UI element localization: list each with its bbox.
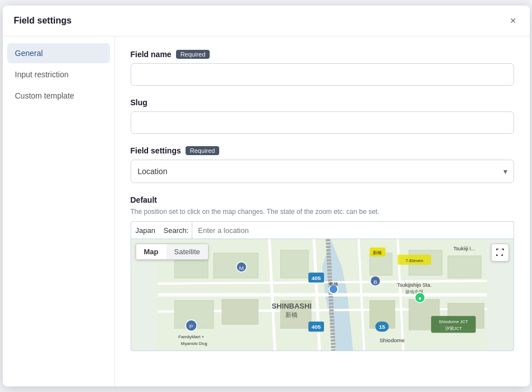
main-content: Field name Required Slug Field settings … (115, 36, 530, 386)
svg-rect-15 (369, 253, 392, 276)
slug-label: Slug (131, 98, 514, 107)
fullscreen-icon (496, 248, 505, 257)
svg-text:15: 15 (378, 324, 385, 330)
field-settings-select[interactable]: Location Text Number Date (131, 160, 514, 183)
svg-text:405: 405 (311, 275, 321, 281)
map-type-bar: Map Satellite (136, 244, 209, 260)
default-title: Default (131, 195, 514, 204)
svg-text:Shiodome JCT: Shiodome JCT (438, 319, 468, 324)
close-button[interactable]: × (508, 15, 519, 27)
field-settings-modal: Field settings × General Input restricti… (3, 6, 530, 386)
svg-rect-19 (447, 256, 481, 278)
svg-text:Tsukiiji I...: Tsukiiji I... (453, 246, 475, 251)
field-settings-required-badge: Required (186, 146, 220, 155)
svg-rect-10 (213, 253, 258, 278)
svg-text:M: M (239, 265, 243, 271)
default-description: The position set to click on the map cha… (131, 208, 514, 216)
modal-header: Field settings × (3, 6, 530, 36)
modal-title: Field settings (14, 16, 72, 26)
svg-text:新橋: 新橋 (329, 282, 337, 287)
svg-text:Miyamoto Drug: Miyamoto Drug (181, 342, 207, 346)
sidebar-item-custom-template[interactable]: Custom template (7, 86, 110, 106)
search-label: Search: (160, 221, 193, 239)
default-section: Default The position set to click on the… (131, 195, 514, 351)
sidebar-item-general[interactable]: General (7, 43, 110, 63)
svg-text:汐留JCT: 汐留JCT (445, 326, 462, 331)
field-name-input[interactable] (131, 63, 514, 86)
map-controls-bar: Japan USA UK Search: (131, 221, 514, 239)
svg-rect-13 (280, 250, 308, 278)
svg-text:新橋: 新橋 (285, 311, 298, 318)
field-settings-select-wrapper: Location Text Number Date ▾ (131, 160, 514, 183)
map-type-satellite-button[interactable]: Satellite (166, 244, 208, 259)
svg-text:新橋: 新橋 (373, 250, 382, 255)
field-name-required-badge: Required (176, 50, 210, 59)
map-type-map-button[interactable]: Map (136, 244, 166, 259)
sidebar: General Input restriction Custom templat… (3, 36, 115, 386)
modal-body: General Input restriction Custom templat… (3, 36, 530, 386)
slug-group: Slug (131, 98, 514, 134)
svg-text:Tsukijishijo Sta.: Tsukijishijo Sta. (397, 282, 431, 288)
field-settings-label: Field settings Required (131, 146, 514, 155)
field-name-group: Field name Required (131, 50, 514, 86)
svg-text:SHINBASHI: SHINBASHI (271, 302, 311, 310)
sidebar-item-input-restriction[interactable]: Input restriction (7, 64, 110, 85)
slug-input[interactable] (131, 111, 514, 134)
svg-text:B: B (373, 279, 377, 285)
map-container: Map Satellite (131, 239, 514, 351)
svg-text:405: 405 (311, 324, 321, 330)
location-search-input[interactable] (192, 221, 514, 239)
svg-text:P: P (189, 323, 193, 329)
field-name-label: Field name Required (131, 50, 514, 59)
svg-text:●: ● (418, 295, 422, 301)
country-select[interactable]: Japan USA UK (131, 221, 160, 239)
svg-text:Shiodome: Shiodome (380, 337, 405, 343)
svg-text:FamilyMart +: FamilyMart + (178, 334, 205, 339)
fullscreen-button[interactable] (491, 244, 509, 262)
svg-rect-12 (221, 299, 258, 324)
svg-text:7-Eleven: 7-Eleven (405, 258, 423, 263)
field-settings-group: Field settings Required Location Text Nu… (131, 146, 514, 183)
